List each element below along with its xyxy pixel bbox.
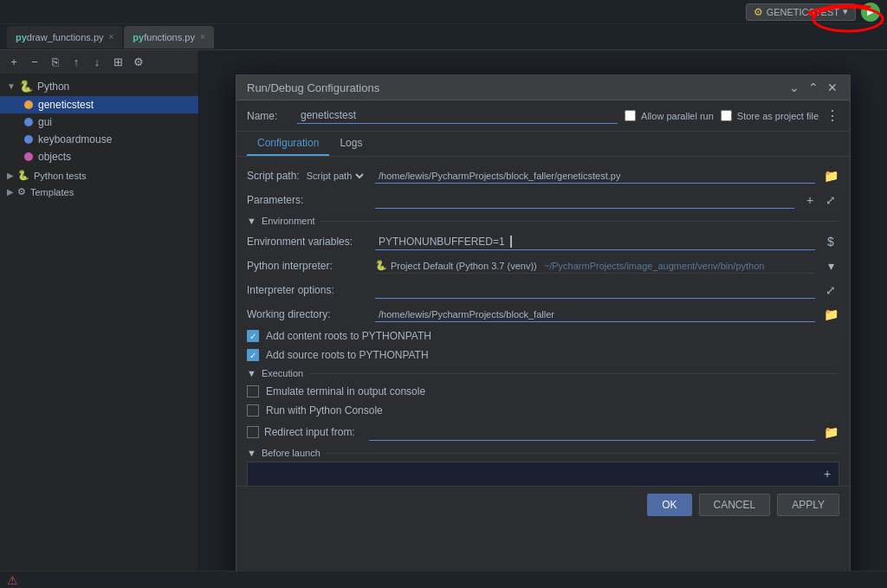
add-content-roots-row[interactable]: ✓ Add content roots to PYTHONPATH <box>236 326 850 346</box>
dialog-tabs: Configuration Logs <box>236 132 850 157</box>
sidebar-templates[interactable]: ▶ ⚙ Templates <box>0 184 198 200</box>
main-layout: + − ⎘ ↑ ↓ ⊞ ⚙ ▼ 🐍 Python geneticstest gu… <box>0 50 887 588</box>
sidebar-python-tests-label: Python tests <box>34 171 87 181</box>
redirect-input-checkbox[interactable] <box>247 426 259 438</box>
interpreter-options-input[interactable] <box>375 282 815 299</box>
status-bar: ⚠ <box>0 571 887 588</box>
parameters-input[interactable] <box>375 192 794 209</box>
sidebar-templates-label: Templates <box>30 187 74 197</box>
dialog-close-btn[interactable]: ✕ <box>825 81 839 94</box>
toolbar-up-btn[interactable]: ↑ <box>68 54 85 71</box>
tab-logs[interactable]: Logs <box>329 132 372 156</box>
tab-configuration-label: Configuration <box>257 137 319 149</box>
run-python-console-label: Run with Python Console <box>266 404 383 417</box>
py-icon-2: py <box>133 32 144 42</box>
sidebar-gui-label: gui <box>38 116 52 128</box>
toolbar-folder-btn[interactable]: ⊞ <box>109 54 126 71</box>
emulate-terminal-row[interactable]: Emulate terminal in output console <box>236 382 850 401</box>
python-chevron: ▼ <box>7 81 16 91</box>
geneticstest-icon <box>24 100 33 109</box>
execution-section[interactable]: ▼ Execution <box>236 365 850 382</box>
run-config-label: GENETICSTEST <box>767 7 839 17</box>
sidebar-item-gui[interactable]: gui <box>0 113 198 131</box>
keyboardmouse-icon <box>24 135 33 144</box>
dialog-minimize-btn[interactable]: ⌄ <box>787 81 801 94</box>
before-launch-section: ▼ Before launch There are no tasks to ru… <box>236 444 850 486</box>
env-vars-edit-btn[interactable]: $ <box>822 233 839 250</box>
add-content-roots-checkbox[interactable]: ✓ <box>247 330 259 342</box>
sidebar-item-keyboardmouse[interactable]: keyboardmouse <box>0 131 198 148</box>
apply-button[interactable]: APPLY <box>777 494 839 516</box>
status-error-icon[interactable]: ⚠ <box>7 573 18 587</box>
parameters-expand-btn[interactable]: + <box>801 191 819 209</box>
tab-logs-label: Logs <box>340 137 362 149</box>
toolbar-add-btn[interactable]: + <box>5 54 23 71</box>
interpreter-dropdown-btn[interactable]: ▾ <box>822 257 839 275</box>
run-button[interactable]: ▶ <box>861 3 880 22</box>
dialog-title-actions: ⌄ ⌃ ✕ <box>787 81 839 94</box>
sidebar: + − ⎘ ↑ ↓ ⊞ ⚙ ▼ 🐍 Python geneticstest gu… <box>0 50 199 588</box>
add-source-roots-row[interactable]: ✓ Add source roots to PYTHONPATH <box>236 346 850 365</box>
cancel-button[interactable]: CANCEL <box>699 494 771 516</box>
tab-functions-close[interactable]: × <box>200 32 205 42</box>
run-play-icon: ▶ <box>867 7 874 16</box>
python-icon: 🐍 <box>19 80 33 93</box>
tab-functions[interactable]: py functions.py × <box>124 26 213 48</box>
sidebar-item-objects[interactable]: objects <box>0 148 198 165</box>
toolbar-down-btn[interactable]: ↓ <box>88 54 106 71</box>
interpreter-select[interactable]: 🐍 Project Default (Python 3.7 (venv)) ~/… <box>375 258 815 274</box>
env-vars-label: Environment variables: <box>247 236 368 248</box>
tab-configuration[interactable]: Configuration <box>247 132 329 156</box>
name-input[interactable] <box>297 107 618 124</box>
working-dir-folder-btn[interactable]: 📁 <box>822 306 839 323</box>
script-path-input[interactable] <box>375 169 815 184</box>
interpreter-options-expand-btn[interactable]: ⤢ <box>822 281 839 299</box>
redirect-input-folder-btn[interactable]: 📁 <box>822 423 839 441</box>
python-tests-chevron: ▶ <box>7 171 14 180</box>
add-source-roots-checkbox[interactable]: ✓ <box>247 349 259 361</box>
environment-section[interactable]: ▼ Environment <box>236 212 850 229</box>
editor-tabs: py draw_functions.py × py functions.py × <box>0 24 887 50</box>
working-dir-input[interactable] <box>375 307 815 322</box>
sidebar-item-geneticstest[interactable]: geneticstest <box>0 96 198 113</box>
allow-parallel-row[interactable]: Allow parallel run <box>625 110 714 121</box>
launch-minus-btn[interactable]: − <box>819 483 835 486</box>
toolbar-settings-btn[interactable]: ⚙ <box>130 54 147 71</box>
run-python-console-row[interactable]: Run with Python Console <box>236 401 850 420</box>
before-launch-chevron: ▼ <box>247 448 256 458</box>
emulate-terminal-checkbox[interactable] <box>247 385 259 397</box>
dialog-expand-btn[interactable]: ⌃ <box>806 81 820 94</box>
more-options-btn[interactable]: ⋮ <box>825 107 839 124</box>
store-project-row[interactable]: Store as project file <box>721 110 819 121</box>
parameters-label: Parameters: <box>247 194 368 206</box>
working-dir-row: Working directory: 📁 <box>236 302 850 326</box>
store-project-checkbox[interactable] <box>721 110 732 121</box>
run-debug-dialog: Run/Debug Configurations ⌄ ⌃ ✕ Name: All… <box>236 74 851 585</box>
parameters-fullscreen-btn[interactable]: ⤢ <box>822 191 839 209</box>
allow-parallel-checkbox[interactable] <box>625 110 636 121</box>
nav-bar: ⚙ GENETICSTEST ▾ ▶ <box>0 0 887 24</box>
launch-add-btn[interactable]: + <box>819 466 835 481</box>
sidebar-python-header[interactable]: ▼ 🐍 Python <box>0 76 198 96</box>
tab-functions-label: functions.py <box>144 32 195 42</box>
environment-chevron: ▼ <box>247 216 256 226</box>
before-launch-header[interactable]: ▼ Before launch <box>236 444 850 462</box>
allow-parallel-label: Allow parallel run <box>641 111 714 121</box>
run-config-button[interactable]: ⚙ GENETICSTEST ▾ <box>746 3 856 21</box>
interpreter-python-icon: 🐍 <box>375 260 387 271</box>
script-path-folder-btn[interactable]: 📁 <box>822 167 839 184</box>
sidebar-python-tests[interactable]: ▶ 🐍 Python tests <box>0 167 198 184</box>
tab-draw-functions-label: draw_functions.py <box>27 32 104 42</box>
toolbar-copy-btn[interactable]: ⎘ <box>47 54 64 71</box>
tab-draw-functions[interactable]: py draw_functions.py × <box>7 26 122 48</box>
ok-button[interactable]: OK <box>647 494 691 516</box>
toolbar-remove-btn[interactable]: − <box>26 54 43 71</box>
interpreter-options-label: Interpreter options: <box>247 284 368 296</box>
run-python-console-checkbox[interactable] <box>247 404 259 417</box>
script-path-dropdown[interactable]: Script path <box>303 170 366 182</box>
redirect-input-field[interactable] <box>369 424 815 441</box>
dialog-title-bar: Run/Debug Configurations ⌄ ⌃ ✕ <box>236 75 850 100</box>
tab-draw-functions-close[interactable]: × <box>109 32 114 42</box>
before-launch-label: Before launch <box>262 448 320 458</box>
name-label: Name: <box>247 110 290 122</box>
